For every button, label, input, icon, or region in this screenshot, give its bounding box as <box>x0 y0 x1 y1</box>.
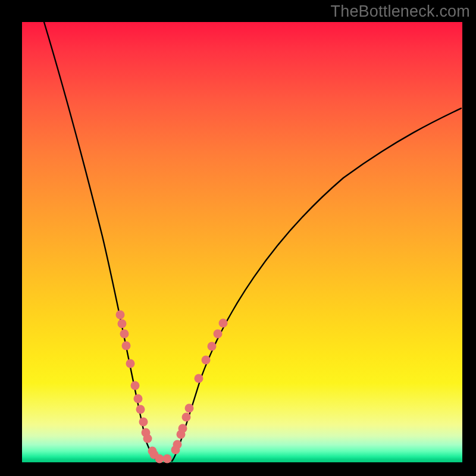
marker-point <box>178 424 187 433</box>
watermark-text: TheBottleneck.com <box>330 2 470 21</box>
marker-point <box>182 413 191 422</box>
marker-group <box>116 311 228 464</box>
marker-point <box>131 381 140 390</box>
plot-area <box>22 22 462 462</box>
marker-point <box>139 418 148 427</box>
marker-point <box>202 356 211 365</box>
marker-point <box>136 405 145 414</box>
marker-point <box>163 455 172 464</box>
marker-point <box>173 440 182 449</box>
curve-right-branch <box>172 108 461 461</box>
curve-layer <box>22 22 462 462</box>
marker-point <box>126 359 135 368</box>
marker-point <box>122 342 131 350</box>
marker-point <box>134 394 143 403</box>
marker-point <box>185 404 194 413</box>
marker-point <box>219 319 228 328</box>
marker-point <box>116 311 125 320</box>
marker-point <box>155 455 164 464</box>
marker-point <box>143 434 152 443</box>
marker-point <box>208 342 217 351</box>
curve-left-branch <box>44 22 159 461</box>
marker-point <box>195 374 203 383</box>
chart-frame: TheBottleneck.com <box>0 0 476 476</box>
marker-point <box>120 330 129 339</box>
marker-point <box>118 320 127 328</box>
marker-point <box>214 330 223 339</box>
